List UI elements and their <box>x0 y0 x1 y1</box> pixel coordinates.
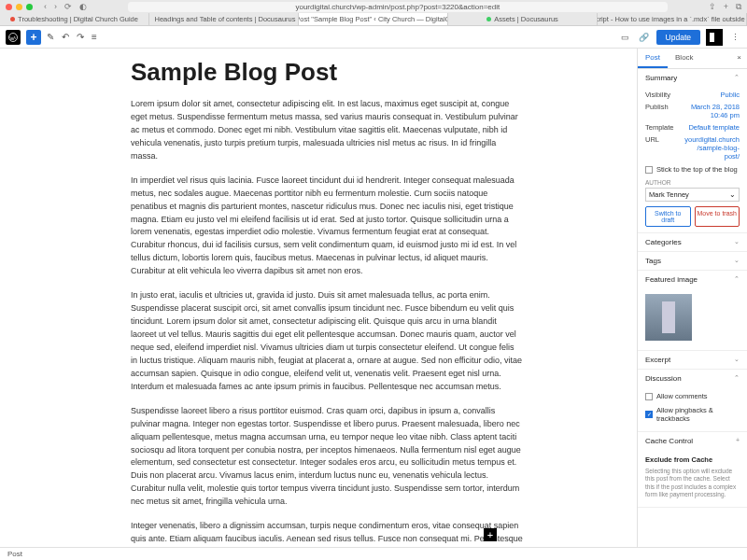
panel-title: Cache Control <box>645 437 693 445</box>
share-icon[interactable]: ⇪ <box>709 2 716 12</box>
tab-label: Troubleshooting | Digital Church Guide <box>18 15 138 23</box>
panel-discussion-toggle[interactable]: Discussion⌃ <box>638 370 747 387</box>
stick-checkbox-row[interactable]: Stick to the top of the blog <box>645 162 740 176</box>
panel-featured-image: Featured image⌃ <box>638 271 747 351</box>
stick-label: Stick to the top of the blog <box>656 165 738 174</box>
author-value: Mark Tenney <box>649 190 689 199</box>
wp-editor: + ✎ ↶ ↷ ≡ ▭ 🔗 Update ⋮ Sample Blog Post … <box>0 26 747 547</box>
chevron-up-icon: ⌃ <box>734 275 740 284</box>
url-value[interactable]: yourdigital.church /sample-blog-post/ <box>684 135 740 161</box>
publish-value[interactable]: March 28, 2018 10:46 pm <box>684 103 740 119</box>
panel-featured-image-toggle[interactable]: Featured image⌃ <box>638 271 747 288</box>
editor-canvas[interactable]: Sample Blog Post Lorem ipsum dolor sit a… <box>0 49 637 547</box>
window-controls <box>6 4 33 10</box>
checkbox-checked-icon <box>645 411 653 418</box>
chevron-up-icon: ⌃ <box>734 74 740 82</box>
paragraph-block[interactable]: Suspendisse laoreet libero a risus portt… <box>131 405 523 510</box>
tabs-icon[interactable]: ⧉ <box>736 2 741 12</box>
chevron-down-icon: + <box>736 437 740 445</box>
settings-panel-toggle[interactable] <box>706 29 723 46</box>
panel-title: Featured image <box>645 275 698 284</box>
panel-summary-toggle[interactable]: Summary⌃ <box>638 69 747 87</box>
browser-nav: ‹ › ⟳ ◐ <box>44 2 87 11</box>
switch-to-draft-button[interactable]: Switch to draft <box>645 206 691 227</box>
paragraph-block[interactable]: Integer venenatis, libero a dignissim ac… <box>131 520 523 547</box>
allow-pingbacks-checkbox[interactable]: Allow pingbacks & trackbacks <box>645 403 740 426</box>
tab-label: Assets | Docusaurus <box>494 15 558 23</box>
back-icon[interactable]: ‹ <box>44 2 47 11</box>
panel-cache-control: Cache Control+ Exclude from Cache Select… <box>638 432 747 508</box>
close-window-button[interactable] <box>6 4 12 10</box>
paragraph-block[interactable]: In imperdiet vel risus quis lacinia. Fus… <box>131 175 523 279</box>
undo-icon[interactable]: ↶ <box>62 32 69 42</box>
editor-topbar: + ✎ ↶ ↷ ≡ ▭ 🔗 Update ⋮ <box>0 26 747 49</box>
tab-post[interactable]: Post <box>638 49 668 68</box>
close-sidebar-button[interactable]: × <box>731 49 747 68</box>
publish-label: Publish <box>645 103 669 119</box>
allow-comments-checkbox[interactable]: Allow comments <box>645 389 740 403</box>
tab-block[interactable]: Block <box>668 49 701 68</box>
sidebar-tabs: Post Block × <box>638 49 747 69</box>
template-label: Template <box>645 123 673 132</box>
options-icon[interactable]: ⋮ <box>728 31 741 44</box>
desktop-preview-icon[interactable]: ▭ <box>619 31 632 44</box>
browser-tabs: Troubleshooting | Digital Church Guide H… <box>0 13 747 26</box>
new-tab-icon[interactable]: + <box>724 2 728 12</box>
panel-categories-toggle[interactable]: Categories⌄ <box>638 233 747 251</box>
edit-icon[interactable]: ✎ <box>47 32 54 42</box>
breadcrumb[interactable]: Post <box>7 550 22 558</box>
author-heading: AUTHOR <box>645 179 740 186</box>
browser-tab[interactable]: Javascript - How to use images in a `.md… <box>598 13 747 25</box>
cache-caption: Selecting this option will exclude this … <box>645 466 740 501</box>
shield-icon[interactable]: ◐ <box>79 2 87 11</box>
forward-icon[interactable]: › <box>54 2 57 11</box>
favicon-icon <box>10 17 15 21</box>
tab-label: Headings and Table of contents | Docusau… <box>154 15 295 23</box>
panel-summary: Summary⌃ VisibilityPublic PublishMarch 2… <box>638 69 747 233</box>
visibility-label: Visibility <box>645 91 670 99</box>
panel-title: Tags <box>645 257 661 265</box>
preview-icon[interactable]: 🔗 <box>638 31 651 44</box>
favicon-icon <box>486 17 491 21</box>
panel-title: Excerpt <box>645 356 670 364</box>
template-value[interactable]: Default template <box>688 123 740 132</box>
browser-tab[interactable]: Headings and Table of contents | Docusau… <box>149 13 299 25</box>
wp-logo-icon[interactable] <box>6 30 21 45</box>
panel-title: Summary <box>645 74 677 82</box>
checkbox-icon <box>645 393 653 400</box>
browser-tab[interactable]: Assets | Docusaurus <box>448 13 598 25</box>
browser-chrome: ‹ › ⟳ ◐ yourdigital.church/wp-admin/post… <box>0 0 747 13</box>
panel-excerpt-toggle[interactable]: Excerpt⌄ <box>638 351 747 369</box>
panel-cache-control-toggle[interactable]: Cache Control+ <box>638 432 747 450</box>
url-label: URL <box>645 135 659 161</box>
checkbox-label: Allow pingbacks & trackbacks <box>656 406 740 423</box>
chevron-down-icon: ⌄ <box>734 257 740 265</box>
post-title[interactable]: Sample Blog Post <box>131 58 599 87</box>
checkbox-label: Allow comments <box>656 392 708 400</box>
chevron-down-icon: ⌄ <box>734 238 740 246</box>
chevron-down-icon: ⌄ <box>729 190 736 199</box>
minimize-window-button[interactable] <box>16 4 22 10</box>
panel-title: Discussion <box>645 374 682 383</box>
panel-tags-toggle[interactable]: Tags⌄ <box>638 252 747 270</box>
details-icon[interactable]: ≡ <box>92 32 97 42</box>
visibility-value[interactable]: Public <box>721 91 740 99</box>
redo-icon[interactable]: ↷ <box>77 32 84 42</box>
browser-tab-active[interactable]: Edit Post "Sample Blog Post" ‹ City Chur… <box>299 13 448 25</box>
panel-title: Categories <box>645 238 682 246</box>
exclude-cache-heading: Exclude from Cache <box>645 452 740 466</box>
insert-block-button[interactable]: + <box>484 528 497 541</box>
featured-image-thumbnail[interactable] <box>645 294 692 341</box>
add-block-button[interactable]: + <box>26 30 41 45</box>
url-bar[interactable]: yourdigital.church/wp-admin/post.php?pos… <box>128 2 668 12</box>
maximize-window-button[interactable] <box>26 4 33 10</box>
svg-rect-2 <box>714 33 719 42</box>
paragraph-block[interactable]: In justo erat, iaculis et ultricies ut, … <box>131 289 523 394</box>
paragraph-block[interactable]: Lorem ipsum dolor sit amet, consectetur … <box>131 98 523 163</box>
browser-tab[interactable]: Troubleshooting | Digital Church Guide <box>0 13 149 25</box>
move-to-trash-button[interactable]: Move to trash <box>695 206 740 227</box>
reload-icon[interactable]: ⟳ <box>64 2 72 11</box>
author-select[interactable]: Mark Tenney⌄ <box>645 188 740 202</box>
checkbox-icon <box>645 166 653 174</box>
update-button[interactable]: Update <box>656 30 700 45</box>
